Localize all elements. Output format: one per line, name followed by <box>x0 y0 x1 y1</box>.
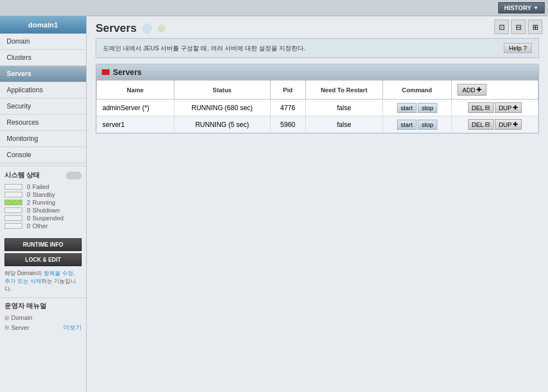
dup-icon-adminserver: ✚ <box>513 104 518 111</box>
sidebar: domain1 Domain Clusters Servers Applicat… <box>0 16 87 392</box>
col-header-need-to-restart: Need To Restart <box>305 81 382 100</box>
server-command-adminserver: start stop <box>382 100 451 116</box>
sidebar-bottom <box>0 336 86 392</box>
toolbar-icon-3[interactable]: ⊞ <box>528 20 542 34</box>
sidebar-item-security[interactable]: Security <box>0 98 86 115</box>
col-header-name: Name <box>97 81 174 100</box>
server-restart-adminserver: false <box>305 100 382 116</box>
content-area: Servers ⊡ ⊟ ⊞ 도메인 내에서 JEUS 서버를 구성할 때, 여러… <box>87 16 548 392</box>
stop-button-server1[interactable]: stop <box>418 120 437 130</box>
manual-domain-label[interactable]: Domain <box>11 314 32 321</box>
failed-count: 0 <box>25 183 30 190</box>
other-count: 0 <box>25 223 30 229</box>
other-bar <box>4 223 22 229</box>
status-row-suspended: 0 Suspended <box>4 215 82 221</box>
server-status-server1: RUNNING (5 sec) <box>174 116 270 133</box>
servers-table: Name Status Pid Need To Restart Command … <box>96 80 538 133</box>
server-name-server1: server1 <box>97 116 174 133</box>
shutdown-label: Shutdown <box>32 207 60 214</box>
col-header-action: ADD ✚ <box>451 81 538 100</box>
col-header-pid: Pid <box>270 81 305 100</box>
table-row: adminServer (*) RUNNING (680 sec) 4776 f… <box>97 100 538 116</box>
system-status: 시스템 상태 0 Failed 0 Standby 2 Running 0 <box>0 166 86 235</box>
sidebar-item-servers[interactable]: Servers <box>0 66 86 82</box>
running-count: 2 <box>25 199 30 206</box>
status-row-standby: 0 Standby <box>4 191 82 198</box>
history-label: HISTORY <box>504 4 531 11</box>
sidebar-item-monitoring[interactable]: Monitoring <box>0 131 86 147</box>
help-icon: ? <box>523 45 527 51</box>
sidebar-item-clusters[interactable]: Clusters <box>0 50 86 66</box>
decoration-circle-2 <box>158 25 166 32</box>
shutdown-count: 0 <box>25 207 30 214</box>
add-server-button[interactable]: ADD ✚ <box>457 84 486 96</box>
manual-item-server: ⊞ Server 더보기 <box>4 322 82 333</box>
content-header: Servers ⊡ ⊟ ⊞ <box>87 16 548 38</box>
server-actions-server1: DEL ⊟ DUP ✚ <box>451 116 538 133</box>
manual-more-link[interactable]: 더보기 <box>63 323 82 332</box>
domain-manual-icon: ⊞ <box>4 315 9 321</box>
action-buttons-adminserver: DEL ⊟ DUP ✚ <box>457 102 532 113</box>
top-bar: HISTORY ▼ <box>0 0 548 16</box>
chevron-down-icon: ▼ <box>533 5 538 11</box>
action-buttons-server1: DEL ⊟ DUP ✚ <box>457 119 532 130</box>
info-text: 도메인 내에서 JEUS 서버를 구성할 때, 여러 서버에 대한 설정을 지정… <box>103 44 305 53</box>
del-button-adminserver[interactable]: DEL ⊟ <box>468 102 494 113</box>
lock-desc-link[interactable]: 항목을 수정, 추가 또는 삭제 <box>4 270 75 284</box>
command-buttons-server1: start stop <box>389 120 446 130</box>
lock-edit-button[interactable]: LOCK & EDIT <box>4 253 82 266</box>
standby-count: 0 <box>25 191 30 198</box>
sidebar-item-domain[interactable]: Domain <box>0 34 86 50</box>
suspended-label: Suspended <box>32 215 64 221</box>
stop-button-adminserver[interactable]: stop <box>418 103 437 113</box>
shutdown-bar <box>4 207 22 213</box>
servers-panel-title: Servers <box>113 68 141 77</box>
runtime-info-button[interactable]: RUNTIME INFO <box>4 238 82 251</box>
lock-description: 해당 Domain의 항목을 수정, 추가 또는 삭제하는 기능입니다. <box>4 270 82 293</box>
servers-panel-header: Servers <box>96 64 538 80</box>
del-icon-server1: ⊟ <box>485 121 490 128</box>
standby-bar <box>4 192 22 197</box>
server-pid-server1: 5960 <box>270 116 305 133</box>
del-icon-adminserver: ⊟ <box>485 104 490 111</box>
start-button-server1[interactable]: start <box>397 120 417 130</box>
toolbar-icon-2[interactable]: ⊟ <box>511 20 526 34</box>
status-row-other: 0 Other <box>4 223 82 229</box>
command-buttons-adminserver: start stop <box>389 103 446 113</box>
sidebar-item-applications[interactable]: Applications <box>0 82 86 98</box>
start-button-adminserver[interactable]: start <box>397 103 417 113</box>
status-row-shutdown: 0 Shutdown <box>4 207 82 214</box>
dup-button-adminserver[interactable]: DUP ✚ <box>495 102 522 113</box>
table-header-row: Name Status Pid Need To Restart Command … <box>97 81 538 100</box>
sidebar-item-resources[interactable]: Resources <box>0 115 86 131</box>
info-box: 도메인 내에서 JEUS 서버를 구성할 때, 여러 서버에 대한 설정을 지정… <box>96 38 539 58</box>
help-button[interactable]: Help ? <box>504 43 532 53</box>
add-label: ADD <box>462 87 475 93</box>
col-header-command: Command <box>382 81 451 100</box>
del-button-server1[interactable]: DEL ⊟ <box>468 119 494 130</box>
add-icon: ✚ <box>476 86 481 93</box>
sidebar-item-console[interactable]: Console <box>0 147 86 163</box>
suspended-count: 0 <box>25 215 30 221</box>
system-status-title: 시스템 상태 <box>4 171 40 180</box>
manual-server-label[interactable]: Server <box>11 324 29 331</box>
dup-button-server1[interactable]: DUP ✚ <box>495 119 522 130</box>
failed-bar <box>4 184 22 190</box>
admin-manual: 운영자 매뉴얼 ⊞ Domain ⊞ Server 더보기 <box>0 297 86 336</box>
server-manual-icon: ⊞ <box>4 324 9 330</box>
table-row: server1 RUNNING (5 sec) 5960 false start… <box>97 116 538 133</box>
history-button[interactable]: HISTORY ▼ <box>498 2 545 13</box>
toolbar-icon-1[interactable]: ⊡ <box>494 20 509 34</box>
panel-flag-icon <box>102 69 110 75</box>
page-title: Servers <box>96 22 136 35</box>
main-layout: domain1 Domain Clusters Servers Applicat… <box>0 16 548 392</box>
decoration-circle-1 <box>142 23 152 34</box>
manual-item-domain: ⊞ Domain <box>4 313 82 322</box>
status-row-running: 2 Running <box>4 199 82 206</box>
running-bar <box>4 200 22 205</box>
status-row-failed: 0 Failed <box>4 183 82 190</box>
server-restart-server1: false <box>305 116 382 133</box>
status-toggle[interactable] <box>66 172 82 180</box>
domain-title[interactable]: domain1 <box>0 16 86 34</box>
server-actions-adminserver: DEL ⊟ DUP ✚ <box>451 100 538 116</box>
